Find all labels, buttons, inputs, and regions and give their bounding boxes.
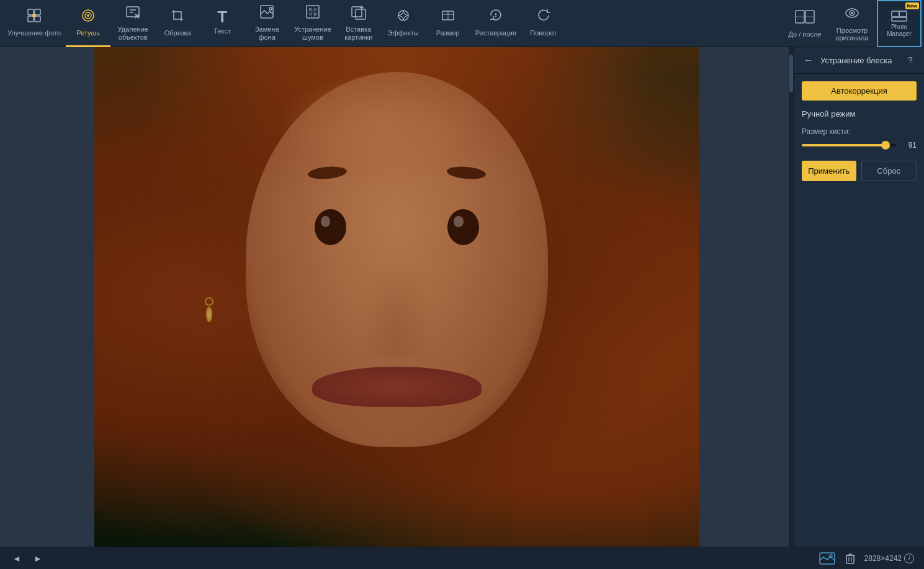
retouch-label: Ретушь	[76, 29, 100, 37]
slider-fill	[802, 144, 886, 146]
brush-size-section: Размер кисти: 91	[802, 127, 917, 150]
slider-thumb[interactable]	[881, 141, 890, 150]
reset-button[interactable]: Сброс	[861, 161, 917, 181]
next-icon: ►	[34, 553, 42, 563]
toolbar-item-retouch[interactable]: Ретушь	[66, 0, 110, 47]
insert-image-label: Вставкакартинки	[344, 25, 372, 42]
resize-label: Размер	[436, 29, 460, 37]
svg-rect-2	[28, 16, 34, 22]
svg-rect-15	[307, 6, 319, 18]
toolbar-before-after-btn[interactable]: До / после	[783, 0, 827, 47]
bottom-bar: ◄ ► 2828×4242 i	[0, 547, 924, 569]
toolbar-item-insert-image[interactable]: Вставкакартинки	[336, 0, 381, 47]
delete-button[interactable]	[843, 552, 857, 565]
toolbar-item-restore[interactable]: Реставрация	[470, 0, 521, 47]
svg-rect-0	[28, 9, 34, 15]
insert-image-icon	[350, 3, 367, 23]
right-panel: ← Устранение блеска ? Автокоррекция Ручн…	[794, 47, 924, 547]
new-badge: New	[905, 2, 919, 9]
toolbar-item-text[interactable]: T Текст	[200, 0, 244, 47]
image-dimensions: 2828×4242	[864, 554, 902, 563]
svg-point-40	[851, 12, 853, 14]
manual-mode-label: Ручной режим	[802, 109, 917, 119]
before-after-label: До / после	[789, 30, 822, 38]
image-icon-button[interactable]	[819, 552, 836, 565]
toolbar-item-denoise[interactable]: Устранениешумов	[289, 0, 336, 47]
brush-size-slider-row: 91	[802, 141, 917, 150]
toolbar-item-effects[interactable]: Эффекты	[381, 0, 426, 47]
before-after-icon	[795, 9, 815, 28]
svg-rect-46	[846, 555, 854, 563]
remove-objects-label: Удалениеобъектов	[117, 25, 148, 42]
brush-size-value: 91	[902, 141, 917, 150]
toolbar-item-replace-bg[interactable]: Заменафона	[244, 0, 289, 47]
canvas-area[interactable]	[0, 47, 794, 547]
brush-size-slider[interactable]	[802, 144, 897, 146]
panel-help-button[interactable]: ?	[904, 54, 917, 66]
toolbar-item-crop[interactable]: Обрезка	[155, 0, 200, 47]
resize-icon	[439, 7, 457, 27]
svg-point-45	[830, 555, 832, 557]
restore-label: Реставрация	[475, 29, 516, 37]
effects-label: Эффекты	[388, 29, 419, 37]
apply-button[interactable]: Применить	[802, 161, 856, 181]
hair-strands	[94, 47, 699, 547]
toolbar-item-resize[interactable]: Размер	[426, 0, 470, 47]
svg-rect-41	[892, 11, 899, 17]
rotate-icon	[535, 7, 552, 27]
action-buttons: Применить Сброс	[802, 161, 917, 181]
brush-size-label: Размер кисти:	[802, 127, 917, 136]
photo-manager-btn[interactable]: New Photo Manager	[877, 0, 922, 47]
back-icon: ←	[804, 55, 814, 66]
remove-objects-icon	[124, 3, 141, 23]
prev-icon: ◄	[12, 553, 21, 563]
svg-point-28	[398, 11, 408, 20]
prev-image-button[interactable]: ◄	[10, 552, 24, 565]
effects-icon	[395, 7, 412, 27]
toolbar-item-enhance[interactable]: Улучшение фото	[2, 0, 66, 47]
text-label: Текст	[213, 27, 231, 35]
restore-icon	[487, 7, 505, 27]
info-icon-button[interactable]: i	[904, 553, 914, 563]
rotate-label: Поворот	[530, 29, 557, 37]
image-info: 2828×4242 i	[864, 553, 914, 563]
svg-point-33	[495, 16, 496, 17]
svg-rect-19	[314, 13, 316, 16]
view-original-icon	[843, 6, 861, 24]
photo-canvas	[94, 47, 699, 547]
info-icon-label: i	[908, 555, 910, 562]
svg-point-14	[269, 7, 272, 10]
toolbar-item-remove-objects[interactable]: Удалениеобъектов	[110, 0, 155, 47]
svg-rect-43	[892, 17, 907, 21]
denoise-icon	[304, 3, 321, 23]
retouch-icon	[79, 7, 97, 27]
autocorrect-button[interactable]: Автокоррекция	[802, 81, 917, 101]
svg-rect-17	[314, 8, 316, 11]
svg-point-4	[32, 14, 36, 17]
toolbar-item-rotate[interactable]: Поворот	[521, 0, 566, 47]
panel-header: ← Устранение блеска ?	[794, 47, 924, 74]
panel-content: Автокоррекция Ручной режим Размер кисти:…	[794, 74, 924, 189]
svg-rect-25	[356, 9, 366, 19]
text-icon: T	[217, 9, 227, 25]
svg-rect-24	[352, 7, 362, 17]
panel-back-button[interactable]: ←	[802, 53, 815, 67]
help-icon: ?	[908, 55, 913, 65]
photo-manager-label: Photo Manager	[878, 24, 920, 37]
scrollbar-thumb[interactable]	[789, 55, 793, 92]
toolbar: Улучшение фото Ретушь Удалениеобъектов	[0, 0, 924, 47]
main-area: ← Устранение блеска ? Автокоррекция Ручн…	[0, 47, 924, 547]
denoise-label: Устранениешумов	[294, 25, 331, 42]
crop-label: Обрезка	[164, 29, 191, 37]
replace-bg-label: Заменафона	[255, 25, 279, 42]
crop-icon	[169, 7, 186, 27]
next-image-button[interactable]: ►	[31, 552, 45, 565]
svg-rect-3	[35, 16, 40, 22]
toolbar-view-original-btn[interactable]: Просмотроригинала	[830, 0, 874, 47]
canvas-scrollbar[interactable]	[789, 47, 794, 547]
svg-rect-18	[309, 13, 312, 16]
svg-rect-1	[35, 9, 40, 15]
portrait-image	[94, 47, 699, 547]
enhance-label: Улучшение фото	[7, 29, 61, 37]
svg-rect-42	[899, 11, 907, 17]
